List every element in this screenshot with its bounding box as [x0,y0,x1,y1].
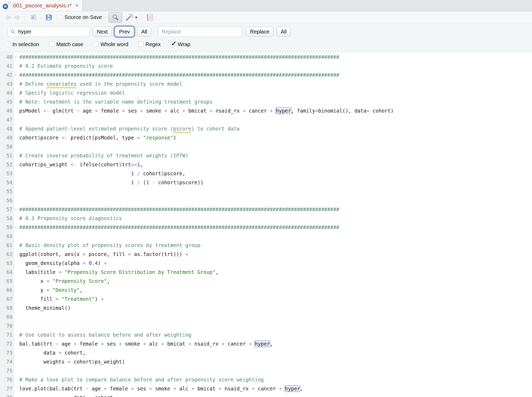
in-selection-checkbox[interactable]: ✓ [5,42,11,47]
code-line: 63 geom_density(alpha = 0.4) + [0,259,532,268]
code-text: # Append patient-level estimated propens… [14,126,240,132]
gutter-line-number: 41 [0,61,14,70]
code-line: 68 theme_minimal() [0,303,532,312]
gutter-line-number: 64 [0,268,14,277]
fold-arrow-icon[interactable]: ▾ [15,225,17,229]
find-prev-button[interactable]: Prev [115,27,134,37]
code-line: 57▾#####################################… [0,205,532,214]
gutter-line-number: 78 [0,393,14,397]
replace-all-button[interactable]: All [277,27,291,37]
find-next-button[interactable]: Next [93,27,112,37]
code-line: 40▾#####################################… [0,52,532,61]
option-in-selection[interactable]: ✓ In selection [5,41,39,47]
find-all-button[interactable]: All [137,27,151,37]
code-line: 70 [0,321,532,330]
find-replace-toggle-button[interactable] [108,12,122,23]
option-label: In selection [12,41,39,47]
find-options-row: ✓ In selection ✓ Match case ✓ Whole word… [5,40,190,49]
gutter-line-number: 57▾ [0,205,14,214]
gutter-line-number: 77 [0,384,14,393]
whole-word-checkbox[interactable]: ✓ [93,42,98,47]
code-line: 62ggplot(cohort, aes(x = pscore, fill = … [0,250,532,259]
code-line: 74 weights = cohort$ps_weight) [0,357,532,366]
code-line: 51# Create inverse probability of treatm… [0,151,532,160]
compile-report-button[interactable] [145,12,155,22]
fold-arrow-icon[interactable]: ▾ [15,73,17,77]
tab-close-icon[interactable]: × [75,3,79,8]
magic-wand-icon [125,13,134,21]
code-line: 66 y = "Density", [0,285,532,294]
gutter-line-number: 40▾ [0,52,14,61]
back-button[interactable] [4,12,13,22]
code-tools-button[interactable]: ▾ [124,12,138,22]
rstudio-source-pane: R 001_pscore_analysis.r* × [0,0,532,397]
gutter-line-number: 66 [0,285,14,294]
search-icon [10,29,16,34]
gutter-line-number: 69 [0,312,14,321]
option-whole-word[interactable]: ✓ Whole word [93,41,128,47]
editor-toolbar: ✓ Source on Save ▾ [0,11,532,23]
gutter-line-number: 63 [0,259,14,268]
code-text: cohort$ps_weight <- ifelse(cohort$trt==1… [14,162,143,167]
code-line: 71# Use cobalt to assess balance before … [0,330,532,339]
save-button[interactable] [44,12,53,22]
fold-arrow-icon[interactable]: ▾ [15,55,17,59]
code-text: data = cohort, [14,350,86,356]
toolbar-separator [25,13,25,21]
code-line: 49cohort$pscore <- predict(psModel, type… [0,133,532,142]
code-line: 59▾#####################################… [0,223,532,232]
replace-input[interactable] [161,28,239,35]
wand-dropdown-caret[interactable]: ▾ [135,15,137,20]
option-wrap[interactable]: ✓ Wrap [171,41,190,47]
code-text: ########################################… [14,54,339,60]
option-label: Whole word [100,41,128,47]
code-text: # Use cobalt to assess balance before an… [14,332,191,338]
gutter-line-number: 59▾ [0,223,14,232]
fold-arrow-icon[interactable]: ▾ [15,207,17,211]
code-line: 47 [0,115,532,124]
code-line: 78 data = cohort [0,393,532,397]
r-script-file-icon: R [3,2,11,9]
code-text: # Specify logistic regression model [14,90,125,96]
gutter-line-number: 54 [0,178,14,187]
editor-tab-bar: R 001_pscore_analysis.r* × [0,0,532,11]
gutter-line-number: 42▾ [0,70,14,79]
wrap-checkbox[interactable]: ✓ [171,42,176,47]
regex-checkbox[interactable]: ✓ [138,42,144,47]
show-in-new-window-button[interactable] [28,12,38,22]
code-editor[interactable]: 40▾#####################################… [0,52,532,397]
code-line: 75 [0,366,532,375]
find-replace-bar: Next Prev All Replace All ✓ In selection… [0,24,532,52]
replace-button[interactable]: Replace [246,27,273,37]
source-on-save-checkbox[interactable]: ✓ [57,15,62,20]
code-line: 67 fill = "Treatment") + [0,294,532,303]
search-field[interactable] [7,26,90,37]
magnifier-icon [112,14,119,21]
gutter-line-number: 55 [0,187,14,196]
option-match-case[interactable]: ✓ Match case [49,41,83,47]
toolbar-separator [141,13,142,21]
gutter-line-number: 48 [0,124,14,133]
search-input[interactable] [18,28,87,35]
source-on-save-label: Source on Save [64,14,102,20]
code-line: 69 [0,312,532,321]
code-text: love.plot(bal.tab(trt ~ age + female + s… [14,386,303,391]
tab-title: 001_pscore_analysis.r* [13,2,72,9]
code-line: 48# Append patient-level estimated prope… [0,124,532,133]
replace-field[interactable] [158,26,242,37]
search-match-highlight: hyper [276,108,291,114]
gutter-line-number: 58 [0,214,14,223]
option-regex[interactable]: ✓ Regex [138,41,161,47]
gutter-line-number: 76 [0,375,14,384]
forward-arrow-icon [14,14,21,21]
toolbar-separator [41,13,41,21]
forward-button[interactable] [13,12,22,22]
code-line: 45# Note: treatment is the variable name… [0,97,532,106]
gutter-line-number: 61 [0,241,14,250]
code-line: 72bal.tab(trt ~ age + female + ses + smo… [0,339,532,348]
code-text: bal.tab(trt ~ age + female + ses + smoke… [14,341,273,347]
tab-001-pscore-analysis[interactable]: R 001_pscore_analysis.r* × [0,0,83,11]
code-line: 58# 0.3 Propensity score diagnostics [0,214,532,223]
gutter-line-number: 74 [0,357,14,366]
match-case-checkbox[interactable]: ✓ [49,42,54,47]
